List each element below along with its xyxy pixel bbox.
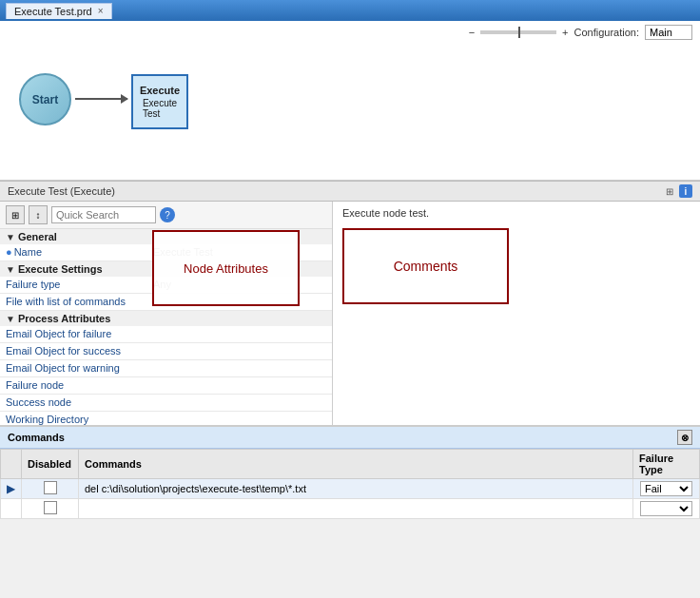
execute-note: Execute node test.	[342, 207, 690, 219]
row-disabled-checkbox-2[interactable]	[44, 501, 57, 514]
config-label: Configuration:	[574, 27, 640, 38]
prop-label-email-warning: Email Object for warning	[0, 360, 147, 376]
tab-label: Execute Test.prd	[14, 6, 92, 17]
execute-node-label: Execute	[140, 85, 180, 96]
prop-label-email-failure: Email Object for failure	[0, 326, 147, 342]
prop-label-failure-node: Failure node	[0, 377, 147, 394]
zoom-minus-icon[interactable]: −	[469, 27, 475, 38]
row-command-cell-2[interactable]	[79, 499, 633, 519]
node-attributes-label: Node Attributes	[184, 261, 268, 276]
section-process-attributes-label: Process Attributes	[18, 313, 110, 324]
section-execute-settings-label: Execute Settings	[18, 263, 103, 275]
properties-container: ⊞ ↕ ? ▼ General ●Name Execute Test ▼ Exe…	[0, 202, 700, 425]
row-failure-cell[interactable]: Fail Warn None	[633, 479, 700, 499]
col-header-disabled	[1, 450, 22, 479]
row-disabled-cell-2	[22, 499, 79, 519]
props-toolbar: ⊞ ↕ ?	[0, 202, 332, 229]
config-bar: − + Configuration:	[469, 25, 692, 40]
config-input[interactable]	[645, 25, 692, 40]
row-icon-cell-2	[1, 499, 22, 519]
failure-type-select-1[interactable]: Fail Warn None	[640, 481, 692, 496]
info-icon[interactable]: i	[679, 184, 692, 198]
right-panel: Execute node test. Comments	[333, 202, 700, 425]
prop-label-file-list: File with list of commands	[0, 294, 147, 310]
section-bar: Execute Test (Execute) ⊞ i	[0, 181, 700, 202]
comments-box: Comments	[342, 228, 509, 304]
toolbar-grid-btn[interactable]: ⊞	[6, 205, 25, 224]
execute-node[interactable]: Execute ExecuteTest	[131, 74, 188, 129]
collapse-process-icon[interactable]: ▼	[6, 314, 15, 324]
prop-row-success-node: Success node	[0, 395, 332, 412]
prop-row-email-success: Email Object for success	[0, 343, 332, 360]
close-tab-icon[interactable]: ×	[98, 6, 104, 16]
prop-row-email-warning: Email Object for warning	[0, 360, 332, 377]
commands-table: Disabled Commands FailureType ▶ del c:\d…	[0, 449, 700, 519]
close-icon: ⊗	[681, 433, 689, 443]
pin-icon: ⊞	[666, 186, 673, 197]
section-bar-label: Execute Test (Execute)	[8, 185, 115, 197]
row-execute-icon: ▶	[7, 482, 15, 495]
col-header-failure-type: FailureType	[633, 450, 700, 479]
prop-label-working-dir: Working Directory	[0, 412, 147, 425]
comments-label: Comments	[394, 259, 458, 274]
section-process-attributes: ▼ Process Attributes	[0, 311, 332, 326]
prop-row-email-failure: Email Object for failure	[0, 326, 332, 343]
prop-value-success-node[interactable]	[147, 395, 332, 411]
title-bar: Execute Test.prd ×	[0, 0, 700, 21]
prop-label-failure-type: Failure type	[0, 277, 147, 293]
prop-label-success-node: Success node	[0, 395, 147, 411]
commands-section: Commands ⊗ Disabled Commands FailureType…	[0, 425, 700, 519]
section-general-label: General	[18, 231, 57, 242]
prop-row-working-dir: Working Directory	[0, 412, 332, 425]
table-row: Fail Warn	[1, 499, 700, 519]
prop-label-name: ●Name	[0, 244, 147, 260]
flow-arrow	[75, 98, 127, 100]
commands-title: Commands	[8, 432, 65, 443]
collapse-execute-icon[interactable]: ▼	[6, 264, 15, 275]
zoom-plus-icon[interactable]: +	[562, 27, 568, 38]
execute-node-sublabel: ExecuteTest	[143, 98, 177, 119]
col-header-commands: Commands	[79, 450, 633, 479]
row-disabled-checkbox[interactable]	[44, 481, 57, 494]
col-header-disabled-label: Disabled	[22, 450, 79, 479]
prop-value-email-warning[interactable]	[147, 360, 332, 376]
prop-value-email-success[interactable]	[147, 343, 332, 359]
row-icon-cell: ▶	[1, 479, 22, 499]
failure-type-select-2[interactable]: Fail Warn	[640, 501, 692, 516]
prop-value-failure-node[interactable]	[147, 377, 332, 394]
zoom-slider[interactable]	[480, 30, 556, 34]
row-failure-cell-2[interactable]: Fail Warn	[633, 499, 700, 519]
prop-label-email-success: Email Object for success	[0, 343, 147, 359]
properties-panel: ⊞ ↕ ? ▼ General ●Name Execute Test ▼ Exe…	[0, 202, 333, 425]
title-tab[interactable]: Execute Test.prd ×	[6, 3, 112, 19]
commands-close-btn[interactable]: ⊗	[677, 430, 692, 445]
row-command-cell[interactable]: del c:\di\solution\projects\execute-test…	[79, 479, 633, 499]
row-disabled-cell	[22, 479, 79, 499]
collapse-icon[interactable]: ▼	[6, 232, 15, 242]
commands-header: Commands ⊗	[0, 427, 700, 449]
table-row: ▶ del c:\di\solution\projects\execute-te…	[1, 479, 700, 499]
start-node[interactable]: Start	[19, 73, 71, 125]
toolbar-sort-btn[interactable]: ↕	[29, 205, 48, 224]
diagram-area: − + Configuration: Start Execute Execute…	[0, 21, 700, 181]
quick-search-input[interactable]	[51, 206, 156, 223]
prop-value-working-dir[interactable]	[147, 412, 332, 425]
prop-value-email-failure[interactable]	[147, 326, 332, 342]
help-icon[interactable]: ?	[160, 207, 175, 222]
node-attributes-box: Node Attributes	[152, 230, 300, 306]
prop-row-failure-node: Failure node	[0, 377, 332, 395]
commands-table-header-row: Disabled Commands FailureType	[1, 450, 700, 479]
